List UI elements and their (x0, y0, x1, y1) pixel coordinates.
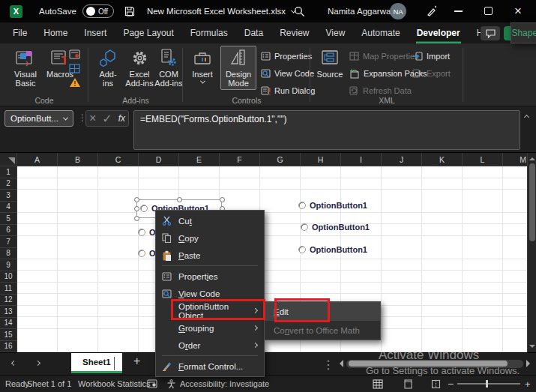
excel-app-icon[interactable]: X (10, 5, 22, 18)
scroll-left-icon[interactable] (336, 360, 343, 367)
row-header-12[interactable]: 12 (0, 295, 17, 307)
select-all-corner[interactable] (0, 153, 17, 166)
scroll-down-icon[interactable] (529, 345, 535, 351)
menu-item-order[interactable]: Order (156, 337, 264, 354)
selection-handle[interactable] (220, 197, 225, 202)
run-dialog-button[interactable]: Run Dialog (261, 85, 315, 97)
workbook-statistics-button[interactable]: Workbook Statistics (78, 376, 150, 392)
new-sheet-button[interactable]: + (133, 355, 140, 368)
tab-file[interactable]: File (12, 22, 28, 43)
row-header-7[interactable]: 7 (0, 236, 17, 248)
menu-item-paste[interactable]: Paste (156, 247, 264, 264)
design-mode-button[interactable]: Design Mode (220, 46, 256, 90)
visual-basic-button[interactable]: Visual Basic (7, 48, 43, 88)
horizontal-scroll-track[interactable] (346, 360, 523, 368)
menu-item-properties[interactable]: Properties (156, 268, 264, 285)
tab-shape-format[interactable]: Shape Format (511, 22, 536, 43)
selection-handle[interactable] (134, 216, 139, 221)
column-header-F[interactable]: F (220, 153, 260, 166)
row-header-8[interactable]: 8 (0, 248, 17, 260)
previous-sheet-icon[interactable] (11, 361, 16, 366)
tab-insert[interactable]: Insert (83, 22, 107, 43)
tab-view[interactable]: View (325, 22, 346, 43)
add-ins-button[interactable]: Add-ins (94, 48, 121, 88)
comments-button[interactable] (481, 26, 500, 40)
row-header-3[interactable]: 3 (0, 190, 17, 202)
column-header-M[interactable]: M (503, 153, 527, 166)
row-header-6[interactable]: 6 (0, 225, 17, 237)
column-header-J[interactable]: J (382, 153, 422, 166)
accessibility-checker[interactable]: Accessibility: Investigate (166, 376, 269, 392)
save-icon[interactable] (124, 6, 135, 16)
vertical-scrollbar[interactable] (527, 153, 536, 352)
macro-security-warning-icon[interactable] (69, 77, 81, 88)
menu-item-cut[interactable]: Cut (156, 212, 264, 229)
vertical-scroll-thumb[interactable] (529, 163, 535, 241)
row-header-11[interactable]: 11 (0, 283, 17, 295)
tab-page-layout[interactable]: Page Layout (122, 22, 174, 43)
row-header-15[interactable]: 15 (0, 329, 17, 341)
view-page-break-button[interactable] (431, 376, 441, 392)
relative-references-icon[interactable] (69, 64, 81, 73)
tab-formulas[interactable]: Formulas (190, 22, 229, 43)
column-header-H[interactable]: H (301, 153, 341, 166)
search-icon[interactable] (294, 6, 305, 17)
zoom-track[interactable] (457, 383, 520, 385)
next-sheet-icon[interactable] (35, 361, 40, 366)
scroll-up-icon[interactable] (529, 154, 535, 160)
row-header-10[interactable]: 10 (0, 271, 17, 283)
insert-function-icon[interactable]: fx (118, 113, 125, 124)
name-box[interactable]: OptionButt... (4, 110, 73, 127)
formula-input[interactable]: =EMBED("Forms.OptionButton.1","") (133, 110, 520, 150)
import-button[interactable]: Import (412, 50, 451, 62)
scroll-right-icon[interactable] (526, 360, 534, 367)
tab-home[interactable]: Home (43, 22, 68, 43)
zoom-out-button[interactable]: − (448, 376, 454, 392)
menu-item-grouping[interactable]: Grouping (156, 319, 264, 337)
document-title[interactable]: New Microsoft Excel Worksheet.xlsx (147, 7, 295, 16)
column-header-K[interactable]: K (422, 153, 463, 166)
view-code-button[interactable]: View Code (261, 67, 315, 79)
row-header-5[interactable]: 5 (0, 213, 17, 225)
column-header-E[interactable]: E (179, 153, 220, 166)
close-button[interactable]: × (514, 1, 522, 21)
com-add-ins-button[interactable]: COM Add-ins (154, 48, 183, 88)
selection-handle[interactable] (134, 206, 139, 211)
zoom-slider[interactable] (457, 376, 520, 392)
tab-review[interactable]: Review (279, 22, 310, 43)
row-header-9[interactable]: 9 (0, 259, 17, 271)
column-header-D[interactable]: D (139, 153, 179, 166)
row-header-4[interactable]: 4 (0, 202, 17, 214)
menu-item-copy[interactable]: Copy (156, 229, 264, 247)
horizontal-scroll-thumb[interactable] (349, 361, 508, 367)
option-button[interactable]: OptionButton1 (298, 201, 367, 210)
menu-item-format-control[interactable]: Format Control... (156, 358, 264, 375)
view-page-layout-button[interactable] (403, 376, 413, 392)
column-header-G[interactable]: G (260, 153, 301, 166)
row-header-2[interactable]: 2 (0, 178, 17, 190)
properties-button[interactable]: Properties (261, 50, 315, 62)
maximize-button[interactable] (484, 7, 493, 15)
horizontal-scrollbar[interactable] (336, 358, 534, 369)
tab-data[interactable]: Data (244, 22, 264, 43)
minimize-button[interactable] (454, 10, 463, 12)
tab-automate[interactable]: Automate (361, 22, 400, 43)
record-macro-icon[interactable] (69, 49, 81, 60)
selection-handle[interactable] (177, 197, 182, 202)
cancel-icon[interactable]: × (89, 112, 96, 125)
inking-pen-icon[interactable] (426, 5, 438, 17)
source-button[interactable]: Source (315, 48, 345, 79)
excel-add-ins-button[interactable]: Excel Add-ins (124, 48, 154, 88)
column-header-C[interactable]: C (98, 153, 139, 166)
macro-recording-icon[interactable] (147, 376, 157, 392)
autosave-toggle[interactable]: Off (82, 4, 114, 18)
option-button[interactable]: OptionButton1 (298, 245, 367, 254)
enter-icon[interactable]: ✓ (102, 112, 112, 126)
zoom-in-button[interactable]: + (525, 376, 531, 392)
row-header-16[interactable]: 16 (0, 341, 17, 353)
column-header-A[interactable]: A (17, 153, 58, 166)
insert-control-button[interactable]: Insert (187, 48, 217, 84)
user-name[interactable]: Namita Aggarwal (328, 7, 392, 16)
column-header-B[interactable]: B (58, 153, 98, 166)
collapse-formula-bar-icon[interactable] (524, 115, 529, 120)
